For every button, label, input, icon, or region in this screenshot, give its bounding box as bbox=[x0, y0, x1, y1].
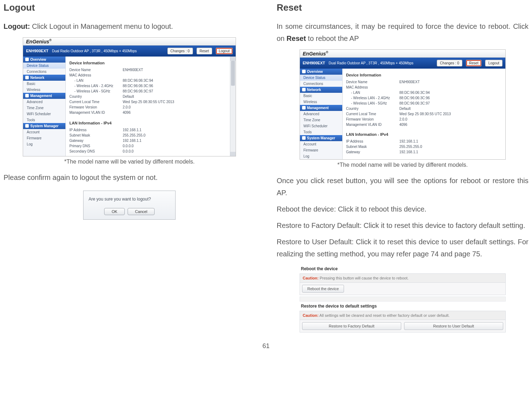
sidebar-network[interactable]: Network bbox=[300, 87, 342, 93]
sidebar-log[interactable]: Log bbox=[23, 141, 65, 147]
scroll-thumb[interactable] bbox=[231, 61, 235, 86]
sidebar-tools[interactable]: Tools bbox=[300, 129, 342, 135]
info-icon bbox=[25, 58, 29, 61]
network-icon bbox=[25, 76, 29, 79]
confirm-message: Are you sure you want to logout? bbox=[88, 197, 170, 202]
fw-k: Firmware Version bbox=[69, 105, 123, 109]
model-desc: Dual Radio Outdoor AP , 3T3R , 450Mbps +… bbox=[329, 61, 433, 65]
sidebar-log[interactable]: Log bbox=[300, 153, 342, 159]
reset-p3: Reboot the device: Click it to reboot th… bbox=[277, 203, 529, 215]
country-k: Country bbox=[69, 95, 123, 98]
changes-button[interactable]: Changes : 0 bbox=[167, 48, 193, 54]
reset-heading: Reset bbox=[277, 2, 529, 13]
pdns-k: Primary DNS bbox=[69, 144, 123, 148]
w24-k: - Wireless LAN - 2.4GHz bbox=[69, 84, 123, 88]
sidebar-advanced[interactable]: Advanced bbox=[300, 111, 342, 117]
sidebar: Overview Device Status Connections Netwo… bbox=[300, 69, 343, 159]
sidebar-basic[interactable]: Basic bbox=[23, 81, 65, 87]
ip-k: IP Address bbox=[69, 128, 123, 132]
logout-intro-rest: Click Logout in Management menu to logou… bbox=[30, 22, 173, 30]
reset-p2: Once you click reset button, you will se… bbox=[277, 175, 529, 199]
sdns-k: Secondary DNS bbox=[69, 149, 123, 153]
sidebar-device-status[interactable]: Device Status bbox=[300, 75, 342, 81]
spacer-bar bbox=[300, 297, 506, 302]
restore-factory-button[interactable]: Restore to Factory Default bbox=[302, 322, 401, 330]
logout-confirm-dialog: Are you sure you want to logout? OK Canc… bbox=[83, 191, 176, 220]
reset-p4: Restore to Factory Default: Click it to … bbox=[277, 219, 529, 231]
sidebar-wifi-scheduler[interactable]: WiFi Scheduler bbox=[23, 111, 65, 117]
engenius-logo: EnGenius® bbox=[303, 50, 328, 57]
sidebar-timezone[interactable]: Time Zone bbox=[300, 117, 342, 123]
ip-v: 192.168.1.1 bbox=[123, 128, 226, 132]
changes-button[interactable]: Changes : 0 bbox=[437, 60, 462, 66]
ok-button[interactable]: OK bbox=[104, 208, 125, 215]
admin-screenshot-logout: EnGenius® ENH900EXT Dual Radio Outdoor A… bbox=[23, 37, 236, 156]
logout-heading: Logout bbox=[4, 2, 256, 13]
devname-k: Device Name bbox=[69, 68, 123, 72]
restore-caution: Caution: All settings will be cleared an… bbox=[300, 311, 506, 320]
sidebar-firmware[interactable]: Firmware bbox=[300, 147, 342, 153]
section-lan-info: LAN Information - IPv4 bbox=[346, 130, 502, 139]
gear-icon bbox=[25, 94, 29, 97]
sidebar-tools[interactable]: Tools bbox=[23, 117, 65, 123]
engenius-logo: EnGenius® bbox=[26, 38, 52, 44]
sidebar-timezone[interactable]: Time Zone bbox=[23, 105, 65, 111]
sidebar-advanced[interactable]: Advanced bbox=[23, 99, 65, 105]
logout-button[interactable]: Logout bbox=[216, 48, 233, 54]
fw-v: 2.0.0 bbox=[123, 105, 226, 109]
gw-v: 192.168.1.1 bbox=[123, 139, 226, 143]
admin-header: ENH900EXT Dual Radio Outdoor AP , 3T3R ,… bbox=[300, 58, 505, 69]
sm-k: Subnet Mask bbox=[69, 133, 123, 137]
sidebar-firmware[interactable]: Firmware bbox=[23, 135, 65, 141]
section-lan-info: LAN Information - IPv4 bbox=[69, 119, 226, 127]
sm-v: 255.255.255.0 bbox=[123, 133, 226, 137]
sidebar-device-status[interactable]: Device Status bbox=[23, 63, 65, 69]
scroll-down-icon[interactable] bbox=[230, 152, 236, 156]
model-desc: Dual Radio Outdoor AP , 3T3R , 450Mbps +… bbox=[52, 49, 163, 53]
confirm-lead: Please confirm again to logout the syste… bbox=[4, 171, 256, 183]
logout-intro-bold: Logout: bbox=[4, 22, 30, 30]
logout-button[interactable]: Logout bbox=[485, 60, 503, 66]
reset-p5: Restore to User Default: Click it to res… bbox=[277, 236, 529, 260]
user-icon bbox=[302, 136, 306, 140]
admin-screenshot-reset: EnGenius® ENH900EXT Dual Radio Outdoor A… bbox=[300, 49, 506, 160]
restore-user-button[interactable]: Restore to User Default bbox=[404, 322, 503, 330]
country-v: Default bbox=[123, 95, 226, 98]
content-area: Device Information Device NameENH900EXT … bbox=[343, 69, 505, 159]
devname-v: ENH900EXT bbox=[123, 68, 226, 72]
sidebar-wifi-scheduler[interactable]: WiFi Scheduler bbox=[300, 123, 342, 129]
sidebar-account[interactable]: Account bbox=[23, 129, 65, 135]
admin-header: ENH900EXT Dual Radio Outdoor AP , 3T3R ,… bbox=[23, 46, 236, 57]
reset-button[interactable]: Reset bbox=[466, 60, 482, 66]
reset-button[interactable]: Reset bbox=[197, 48, 212, 54]
sidebar-basic[interactable]: Basic bbox=[300, 93, 342, 99]
content-area: Device Information Device NameENH900EXT … bbox=[66, 57, 230, 156]
scrollbar[interactable] bbox=[230, 57, 236, 156]
sidebar-connections[interactable]: Connections bbox=[23, 69, 65, 75]
sidebar-management[interactable]: Management bbox=[23, 93, 65, 99]
logout-intro: Logout: Click Logout in Management menu … bbox=[4, 20, 256, 32]
scroll-up-icon[interactable] bbox=[230, 57, 236, 61]
gw-k: Gateway bbox=[69, 139, 123, 143]
sidebar-wireless[interactable]: Wireless bbox=[300, 99, 342, 105]
sidebar-overview[interactable]: Overview bbox=[23, 57, 65, 63]
reboot-device-button[interactable]: Reboot the device bbox=[302, 285, 344, 293]
section-device-info: Device Information bbox=[69, 59, 226, 67]
sidebar-account[interactable]: Account bbox=[300, 141, 342, 147]
sidebar-wireless[interactable]: Wireless bbox=[23, 87, 65, 93]
user-icon bbox=[25, 124, 29, 128]
vlan-v: 4096 bbox=[123, 111, 226, 114]
sidebar-network[interactable]: Network bbox=[23, 75, 65, 81]
sidebar-management[interactable]: Management bbox=[300, 105, 342, 111]
sidebar-connections[interactable]: Connections bbox=[300, 81, 342, 87]
w24-v: 88:DC:96:06:3C:96 bbox=[123, 84, 226, 88]
sidebar-system-manager[interactable]: System Manager bbox=[23, 123, 65, 129]
cancel-button[interactable]: Cancel bbox=[128, 208, 155, 215]
time-k: Current Local Time bbox=[69, 100, 123, 104]
sidebar-overview[interactable]: Overview bbox=[300, 69, 342, 75]
sidebar-system-manager[interactable]: System Manager bbox=[300, 135, 342, 141]
network-icon bbox=[302, 88, 306, 91]
info-icon bbox=[302, 70, 306, 73]
vlan-k: Management VLAN ID bbox=[69, 111, 123, 114]
reboot-caution: Caution: Pressing this button will cause… bbox=[300, 273, 506, 283]
